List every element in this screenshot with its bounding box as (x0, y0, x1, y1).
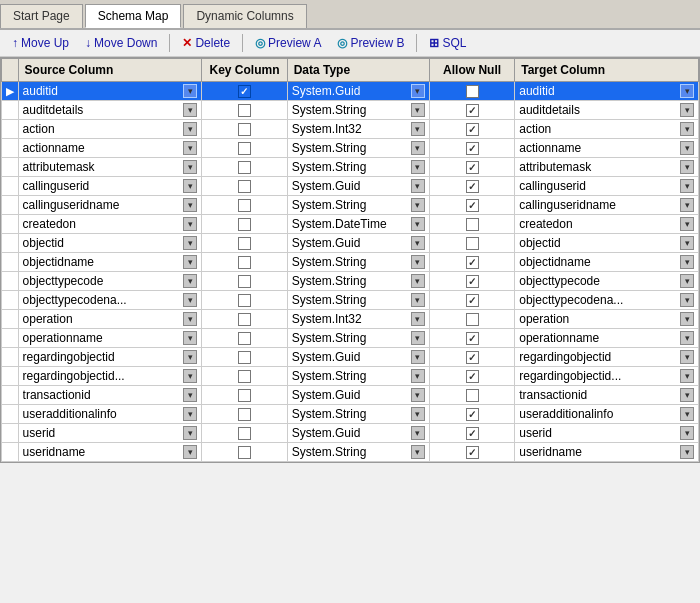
key-cell[interactable] (202, 291, 287, 310)
datatype-cell[interactable]: System.String▾ (287, 329, 429, 348)
datatype-dropdown-arrow[interactable]: ▾ (411, 160, 425, 174)
datatype-dropdown-arrow[interactable]: ▾ (411, 274, 425, 288)
key-checkbox[interactable] (238, 85, 251, 98)
datatype-dropdown-arrow[interactable]: ▾ (411, 217, 425, 231)
target-cell[interactable]: objecttypecode▾ (515, 272, 699, 291)
datatype-cell[interactable]: System.Guid▾ (287, 348, 429, 367)
datatype-cell[interactable]: System.String▾ (287, 158, 429, 177)
target-dropdown-arrow[interactable]: ▾ (680, 103, 694, 117)
allownull-checkbox[interactable] (466, 142, 479, 155)
datatype-dropdown-arrow[interactable]: ▾ (411, 141, 425, 155)
source-dropdown-arrow[interactable]: ▾ (183, 350, 197, 364)
target-dropdown-arrow[interactable]: ▾ (680, 350, 694, 364)
datatype-cell[interactable]: System.Guid▾ (287, 424, 429, 443)
table-row[interactable]: objectidname▾System.String▾objectidname▾ (2, 253, 699, 272)
allownull-checkbox[interactable] (466, 123, 479, 136)
move-down-button[interactable]: Move Down (79, 34, 163, 52)
target-dropdown-arrow[interactable]: ▾ (680, 426, 694, 440)
source-dropdown-arrow[interactable]: ▾ (183, 217, 197, 231)
source-dropdown-arrow[interactable]: ▾ (183, 255, 197, 269)
key-checkbox[interactable] (238, 332, 251, 345)
allownull-cell[interactable] (429, 310, 514, 329)
allownull-cell[interactable] (429, 443, 514, 462)
target-dropdown-arrow[interactable]: ▾ (680, 407, 694, 421)
allownull-cell[interactable] (429, 101, 514, 120)
allownull-checkbox[interactable] (466, 275, 479, 288)
target-dropdown-arrow[interactable]: ▾ (680, 198, 694, 212)
key-cell[interactable] (202, 234, 287, 253)
source-cell[interactable]: regardingobjectid...▾ (18, 367, 202, 386)
source-dropdown-arrow[interactable]: ▾ (183, 331, 197, 345)
source-dropdown-arrow[interactable]: ▾ (183, 122, 197, 136)
datatype-cell[interactable]: System.Guid▾ (287, 386, 429, 405)
key-cell[interactable] (202, 424, 287, 443)
target-cell[interactable]: operation▾ (515, 310, 699, 329)
target-dropdown-arrow[interactable]: ▾ (680, 312, 694, 326)
allownull-cell[interactable] (429, 329, 514, 348)
allownull-cell[interactable] (429, 424, 514, 443)
target-dropdown-arrow[interactable]: ▾ (680, 388, 694, 402)
source-cell[interactable]: objecttypecode▾ (18, 272, 202, 291)
source-cell[interactable]: objectid▾ (18, 234, 202, 253)
target-cell[interactable]: callinguserid▾ (515, 177, 699, 196)
key-cell[interactable] (202, 443, 287, 462)
allownull-cell[interactable] (429, 253, 514, 272)
key-checkbox[interactable] (238, 237, 251, 250)
allownull-checkbox[interactable] (466, 294, 479, 307)
datatype-cell[interactable]: System.DateTime▾ (287, 215, 429, 234)
table-row[interactable]: objecttypecodena...▾System.String▾object… (2, 291, 699, 310)
target-cell[interactable]: actionname▾ (515, 139, 699, 158)
target-dropdown-arrow[interactable]: ▾ (680, 236, 694, 250)
table-row[interactable]: useridname▾System.String▾useridname▾ (2, 443, 699, 462)
allownull-cell[interactable] (429, 139, 514, 158)
delete-button[interactable]: Delete (176, 34, 236, 52)
allownull-checkbox[interactable] (466, 104, 479, 117)
allownull-checkbox[interactable] (466, 218, 479, 231)
key-checkbox[interactable] (238, 256, 251, 269)
table-row[interactable]: createdon▾System.DateTime▾createdon▾ (2, 215, 699, 234)
target-dropdown-arrow[interactable]: ▾ (680, 141, 694, 155)
target-dropdown-arrow[interactable]: ▾ (680, 274, 694, 288)
target-cell[interactable]: regardingobjectid...▾ (515, 367, 699, 386)
target-cell[interactable]: createdon▾ (515, 215, 699, 234)
allownull-checkbox[interactable] (466, 161, 479, 174)
key-cell[interactable] (202, 367, 287, 386)
source-cell[interactable]: createdon▾ (18, 215, 202, 234)
key-cell[interactable] (202, 310, 287, 329)
source-dropdown-arrow[interactable]: ▾ (183, 407, 197, 421)
table-row[interactable]: objecttypecode▾System.String▾objecttypec… (2, 272, 699, 291)
table-row[interactable]: useradditionalinfo▾System.String▾useradd… (2, 405, 699, 424)
table-row[interactable]: attributemask▾System.String▾attributemas… (2, 158, 699, 177)
datatype-dropdown-arrow[interactable]: ▾ (411, 331, 425, 345)
source-dropdown-arrow[interactable]: ▾ (183, 293, 197, 307)
source-cell[interactable]: objecttypecodena...▾ (18, 291, 202, 310)
datatype-dropdown-arrow[interactable]: ▾ (411, 236, 425, 250)
table-row[interactable]: callinguseridname▾System.String▾callingu… (2, 196, 699, 215)
datatype-dropdown-arrow[interactable]: ▾ (411, 426, 425, 440)
table-row[interactable]: regardingobjectid...▾System.String▾regar… (2, 367, 699, 386)
key-checkbox[interactable] (238, 104, 251, 117)
table-row[interactable]: regardingobjectid▾System.Guid▾regardingo… (2, 348, 699, 367)
key-cell[interactable] (202, 329, 287, 348)
key-checkbox[interactable] (238, 123, 251, 136)
target-dropdown-arrow[interactable]: ▾ (680, 217, 694, 231)
key-cell[interactable] (202, 253, 287, 272)
datatype-cell[interactable]: System.String▾ (287, 101, 429, 120)
move-up-button[interactable]: Move Up (6, 34, 75, 52)
source-dropdown-arrow[interactable]: ▾ (183, 84, 197, 98)
table-row[interactable]: action▾System.Int32▾action▾ (2, 120, 699, 139)
datatype-dropdown-arrow[interactable]: ▾ (411, 445, 425, 459)
source-cell[interactable]: attributemask▾ (18, 158, 202, 177)
key-checkbox[interactable] (238, 427, 251, 440)
source-dropdown-arrow[interactable]: ▾ (183, 160, 197, 174)
source-dropdown-arrow[interactable]: ▾ (183, 198, 197, 212)
datatype-cell[interactable]: System.String▾ (287, 272, 429, 291)
target-cell[interactable]: userid▾ (515, 424, 699, 443)
target-cell[interactable]: objecttypecodena...▾ (515, 291, 699, 310)
datatype-dropdown-arrow[interactable]: ▾ (411, 198, 425, 212)
datatype-dropdown-arrow[interactable]: ▾ (411, 103, 425, 117)
datatype-cell[interactable]: System.String▾ (287, 443, 429, 462)
allownull-cell[interactable] (429, 158, 514, 177)
key-cell[interactable] (202, 272, 287, 291)
allownull-cell[interactable] (429, 405, 514, 424)
